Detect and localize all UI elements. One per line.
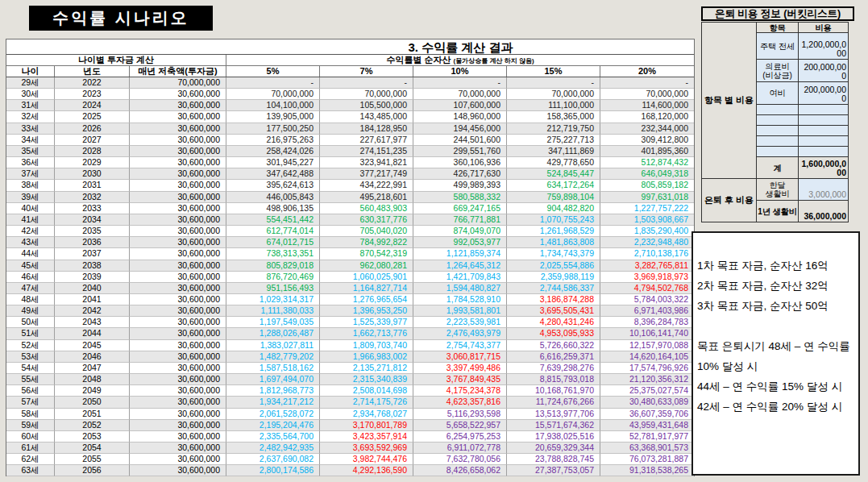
value-cell-5pct[interactable]: 177,500,250 [226, 123, 320, 135]
value-cell-10pct[interactable]: 194,456,000 [413, 123, 507, 135]
saving-cell[interactable]: 30,600,000 [130, 123, 226, 135]
year-cell[interactable]: 2045 [55, 340, 130, 351]
age-cell[interactable]: 59세 [6, 420, 55, 431]
value-cell-7pct[interactable]: 630,317,776 [320, 214, 413, 226]
panel-yearly-value-cell[interactable]: 36,000,000 [799, 201, 849, 222]
saving-cell[interactable]: 30,600,000 [130, 146, 226, 157]
age-cell[interactable]: 42세 [6, 226, 55, 237]
value-cell-7pct[interactable]: 784,992,822 [320, 237, 413, 248]
saving-cell[interactable]: 30,600,000 [130, 328, 226, 339]
value-cell-5pct[interactable]: 446,005,843 [226, 192, 320, 203]
value-cell-20pct[interactable]: 168,120,000 [600, 111, 694, 123]
year-cell[interactable]: 2037 [55, 248, 130, 260]
value-cell-5pct[interactable]: 2,800,174,586 [226, 465, 320, 476]
year-cell[interactable]: 2055 [55, 454, 130, 465]
value-cell-10pct[interactable]: 4,175,234,378 [413, 385, 507, 397]
saving-cell[interactable]: 30,600,000 [130, 226, 226, 237]
value-cell-20pct[interactable]: - [600, 77, 694, 89]
value-cell-10pct[interactable]: 1,993,581,801 [413, 305, 507, 317]
value-cell-10pct[interactable]: 5,116,293,598 [413, 409, 507, 420]
value-cell-15pct[interactable]: 158,365,000 [507, 111, 600, 123]
saving-cell[interactable]: 30,600,000 [130, 192, 226, 203]
panel-header-cost[interactable]: 비용 [799, 23, 849, 33]
value-cell-15pct[interactable]: 3,186,874,288 [507, 294, 600, 305]
value-cell-10pct[interactable]: 2,754,743,377 [413, 340, 507, 351]
value-cell-10pct[interactable]: - [413, 77, 507, 89]
age-cell[interactable]: 60세 [6, 431, 55, 443]
saving-cell[interactable]: 70,000,000 [130, 77, 226, 89]
year-cell[interactable]: 2039 [55, 272, 130, 283]
value-cell-15pct[interactable]: 347,111,869 [507, 146, 600, 157]
year-cell[interactable]: 2032 [55, 192, 130, 203]
age-cell[interactable]: 49세 [6, 305, 55, 317]
value-cell-5pct[interactable]: 301,945,227 [226, 157, 320, 168]
value-cell-20pct[interactable]: 25,375,027,574 [600, 385, 694, 397]
value-cell-15pct[interactable]: 634,172,264 [507, 180, 600, 191]
panel-header-item[interactable]: 항목 [757, 23, 799, 33]
value-cell-7pct[interactable]: 1,396,953,250 [320, 305, 413, 317]
header-7pct[interactable]: 7% [320, 66, 413, 77]
value-cell-7pct[interactable]: 2,714,175,726 [320, 397, 413, 408]
saving-cell[interactable]: 30,600,000 [130, 431, 226, 443]
value-cell-20pct[interactable]: 1,227,757,222 [600, 203, 694, 214]
value-cell-15pct[interactable]: 11,724,676,266 [507, 397, 600, 408]
year-cell[interactable]: 2053 [55, 431, 130, 443]
value-cell-20pct[interactable]: 512,874,432 [600, 157, 694, 168]
value-cell-20pct[interactable]: 309,412,800 [600, 135, 694, 146]
age-cell[interactable]: 50세 [6, 317, 55, 328]
value-cell-10pct[interactable]: 360,106,936 [413, 157, 507, 168]
value-cell-15pct[interactable]: 524,845,447 [507, 168, 600, 180]
year-cell[interactable]: 2038 [55, 260, 130, 272]
value-cell-10pct[interactable]: 4,623,357,816 [413, 397, 507, 408]
year-cell[interactable]: 2052 [55, 420, 130, 431]
value-cell-15pct[interactable]: 111,100,000 [507, 100, 600, 111]
value-cell-7pct[interactable]: 1,276,965,654 [320, 294, 413, 305]
year-cell[interactable]: 2025 [55, 111, 130, 123]
header-20pct[interactable]: 20% [600, 66, 694, 77]
value-cell-10pct[interactable]: 580,588,332 [413, 192, 507, 203]
panel-group-label-after-retirement[interactable]: 은퇴 후 비용 [702, 179, 757, 222]
year-cell[interactable]: 2031 [55, 180, 130, 191]
age-cell[interactable]: 58세 [6, 409, 55, 420]
value-cell-5pct[interactable]: 1,383,027,811 [226, 340, 320, 351]
group-header-investment[interactable]: 나이별 투자금 계산 [6, 55, 226, 66]
panel-total-label-cell[interactable]: 계 [757, 157, 799, 179]
value-cell-10pct[interactable]: 992,053,977 [413, 237, 507, 248]
value-cell-15pct[interactable]: 212,719,750 [507, 123, 600, 135]
value-cell-15pct[interactable]: 3,695,505,431 [507, 305, 600, 317]
age-cell[interactable]: 36세 [6, 157, 55, 168]
year-cell[interactable]: 2036 [55, 237, 130, 248]
panel-empty-value-cell[interactable] [799, 136, 849, 147]
value-cell-10pct[interactable]: 1,421,709,843 [413, 272, 507, 283]
saving-cell[interactable]: 30,600,000 [130, 157, 226, 168]
saving-cell[interactable]: 30,600,000 [130, 305, 226, 317]
year-cell[interactable]: 2042 [55, 305, 130, 317]
value-cell-5pct[interactable]: 1,587,518,162 [226, 363, 320, 374]
age-cell[interactable]: 61세 [6, 443, 55, 454]
saving-cell[interactable]: 30,600,000 [130, 420, 226, 431]
year-cell[interactable]: 2049 [55, 385, 130, 397]
age-cell[interactable]: 39세 [6, 192, 55, 203]
value-cell-7pct[interactable]: 1,662,713,776 [320, 328, 413, 339]
value-cell-20pct[interactable]: 30,480,633,089 [600, 397, 694, 408]
value-cell-5pct[interactable]: 216,975,263 [226, 135, 320, 146]
value-cell-10pct[interactable]: 8,426,658,062 [413, 465, 507, 476]
year-cell[interactable]: 2054 [55, 443, 130, 454]
value-cell-10pct[interactable]: 6,911,072,778 [413, 443, 507, 454]
value-cell-7pct[interactable]: 70,000,000 [320, 89, 413, 100]
saving-cell[interactable]: 30,600,000 [130, 203, 226, 214]
header-age[interactable]: 나이 [6, 66, 55, 77]
value-cell-15pct[interactable]: 759,898,104 [507, 192, 600, 203]
value-cell-5pct[interactable]: 2,482,942,935 [226, 443, 320, 454]
panel-item-value-cell[interactable]: 200,000,000 [799, 82, 849, 105]
value-cell-20pct[interactable]: 401,895,360 [600, 146, 694, 157]
value-cell-5pct[interactable]: 1,697,494,070 [226, 374, 320, 385]
year-cell[interactable]: 2033 [55, 203, 130, 214]
value-cell-20pct[interactable]: 10,106,141,740 [600, 328, 694, 339]
year-cell[interactable]: 2029 [55, 157, 130, 168]
value-cell-20pct[interactable]: 646,049,318 [600, 168, 694, 180]
year-cell[interactable]: 2040 [55, 283, 130, 294]
panel-total-value-cell[interactable]: 1,600,000,000 [799, 157, 849, 179]
panel-item-value-cell[interactable]: 200,000,000 [799, 60, 849, 82]
year-cell[interactable]: 2051 [55, 409, 130, 420]
